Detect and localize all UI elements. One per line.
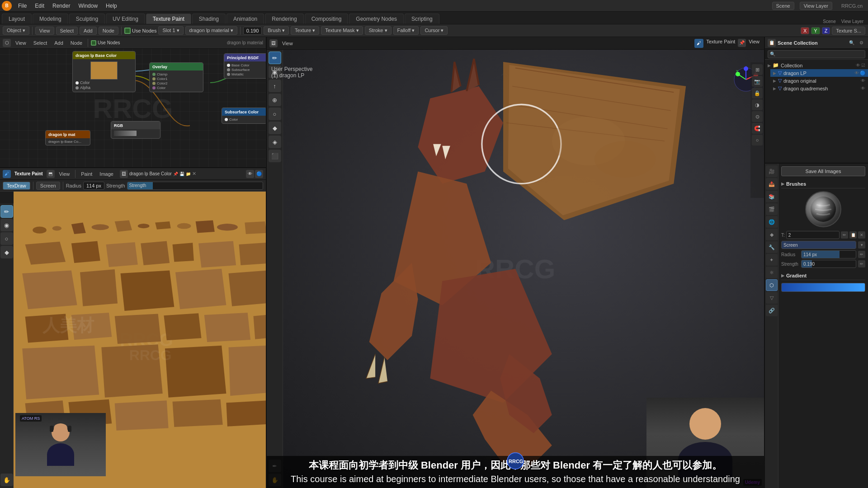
modifier-prop-icon[interactable]: 🔧 [766,241,778,253]
clone-tool[interactable]: ◆ [0,246,13,258]
material-prop-icon[interactable]: ⬡ [766,279,778,291]
shading-icon[interactable]: ◑ [752,99,763,110]
overlay-icon[interactable]: ⊙ [752,111,763,122]
menu-file[interactable]: File [14,2,30,10]
view-btn[interactable]: View [35,27,54,35]
menu-window[interactable]: Window [75,2,101,10]
tab-shading[interactable]: Shading [192,14,226,24]
screen-selector[interactable]: Screen [781,241,856,249]
constraint-prop-icon[interactable]: 🔗 [766,305,778,316]
tab-modeling[interactable]: Modeling [33,14,68,24]
add-btn[interactable]: Add [80,27,97,35]
use-nodes-toggle[interactable]: Use Nodes [124,28,156,34]
view-layer-selector[interactable]: View Layer [800,2,832,10]
camera-view-icon[interactable]: 👁 [246,170,254,178]
particles-prop-icon[interactable]: ✦ [766,254,778,266]
tab-compositing[interactable]: Compositing [305,14,349,24]
world-prop-icon[interactable]: 🌐 [766,216,778,228]
texture-mask-menu[interactable]: Texture Mask ▾ [321,26,363,35]
view-layer-prop-icon[interactable]: 📚 [766,191,778,202]
strength-display[interactable]: 0.190 [243,27,262,35]
radius-edit[interactable]: ✏ [858,251,865,258]
save-all-button[interactable]: Save All Images [781,166,865,176]
proportional-icon[interactable]: ○ [752,135,763,145]
ne-node[interactable]: Node [68,40,85,46]
tab-layout[interactable]: Layout [2,14,32,24]
ne-add[interactable]: Add [52,40,66,46]
screen-btn[interactable]: Screen [36,182,60,190]
physics-prop-icon[interactable]: ⚛ [766,267,778,278]
tab-uv-editing[interactable]: UV Editing [106,14,145,24]
node-btn[interactable]: Node [99,27,118,35]
ne-select[interactable]: Select [31,40,50,46]
render-eye-icon[interactable]: 🔵 [860,70,865,75]
output-prop-icon[interactable]: 📤 [766,178,778,190]
tab-animation[interactable]: Animation [226,14,264,24]
paint-view[interactable]: View [57,171,73,177]
xyz-y[interactable]: Y [811,27,820,34]
tab-sculpting[interactable]: Sculpting [69,14,105,24]
falloff-menu[interactable]: Falloff ▾ [393,26,419,35]
view-label2[interactable]: View [747,39,761,48]
filter-icon[interactable]: 🔍 [848,39,856,47]
eye-icon3[interactable]: 👁 [861,78,865,83]
strength-slider[interactable]: Strength [127,182,263,190]
tab-geometry-nodes[interactable]: Geometry Nodes [349,14,404,24]
strength-slider2[interactable]: 0.190 [801,260,856,268]
tab-texture-paint[interactable]: Texture Paint [146,14,191,24]
eye-icon[interactable]: 👁 [856,63,860,68]
render-prop-icon[interactable]: 🎥 [766,165,778,177]
eye-icon4[interactable]: 👁 [861,86,865,91]
outliner-item-dragon-original[interactable]: ▶ ▽ dragon original 👁 [770,77,868,84]
hand-tool-uv[interactable]: ✋ [0,474,13,486]
render-icon[interactable]: 🔵 [255,170,263,178]
gradient-bar[interactable] [781,283,865,292]
scene-prop-icon[interactable]: 🎬 [766,203,778,215]
slot-selector[interactable]: Slot 1 ▾ [158,26,183,35]
outliner-item-collection[interactable]: ▶ 📁 Collection 👁 ☑ [765,61,868,69]
texture-display[interactable]: Texture S... [832,27,865,35]
search-input[interactable]: 🔍 [768,50,865,58]
smear-tool[interactable]: ↑ [269,80,281,92]
node-base-color[interactable]: dragon lp Base Color Color Alpha [72,51,136,92]
node-rgb[interactable]: RGB [111,121,160,139]
camera-icon[interactable]: 📷 [752,76,763,87]
outliner-item-dragon-lp[interactable]: ▶ ▽ dragon LP 👁 🔵 [770,69,868,77]
menu-render[interactable]: Render [49,2,74,10]
close-icon[interactable]: ✕ [192,171,196,177]
select-btn[interactable]: Select [56,27,78,35]
select-icon2[interactable]: ☑ [861,63,865,68]
tab-scripting[interactable]: Scripting [405,14,439,24]
tab-rendering[interactable]: Rendering [265,14,303,24]
eye-icon2[interactable]: 👁 [854,70,859,75]
menu-edit[interactable]: Edit [31,2,48,10]
node-principled[interactable]: Principled BSDF Base Color Subsurface Me… [224,53,266,79]
viewport-3d-content[interactable]: RRCG 人美材质 [267,50,764,488]
paint-mode-icon[interactable]: 🖌 [694,39,703,48]
mask-tool[interactable]: ◆ [269,122,281,134]
view-all-icon[interactable]: ⊞ [752,64,763,75]
strength-edit[interactable]: ✏ [858,260,865,267]
draw-tool[interactable]: ✏ [269,52,281,64]
center-3d-viewport[interactable]: 🖼 View 🖌 Texture Paint 📌 View ✏ ◉ ↑ ⊕ ○ … [267,37,764,488]
brush-edit-icon1[interactable]: ✏ [841,231,848,239]
xyz-x[interactable]: X [801,27,809,34]
outliner-item-dragon-quad[interactable]: ▶ ▽ dragon quadremesh 👁 [770,84,868,92]
settings-icon[interactable]: ⚙ [857,39,865,47]
data-prop-icon[interactable]: ▽ [766,292,778,304]
cursor-menu[interactable]: Cursor ▾ [420,26,448,35]
scene-selector[interactable]: Scene [772,2,794,10]
brush-menu[interactable]: Brush ▾ [264,26,289,35]
brush-delete-icon[interactable]: ✕ [858,231,865,239]
snap-icon[interactable]: 🧲 [752,123,763,134]
screen-edit[interactable]: ▾ [858,241,865,249]
brush-edit-icon2[interactable]: 📋 [849,231,857,239]
radius-value[interactable]: 114 px [83,182,104,190]
texture-menu[interactable]: Texture ▾ [291,26,319,35]
node-overlay[interactable]: Overlay Clamp Color1 Color2 Color [149,62,203,92]
paint-brush-tool[interactable]: ✏ [0,205,13,218]
brush-num-field[interactable]: 2 [786,231,840,239]
use-nodes-node[interactable]: Use Nodes [91,40,120,46]
node-subsurf[interactable]: Subsurface Color Color [222,108,266,124]
fill-tool-3d[interactable]: ○ [269,108,281,120]
